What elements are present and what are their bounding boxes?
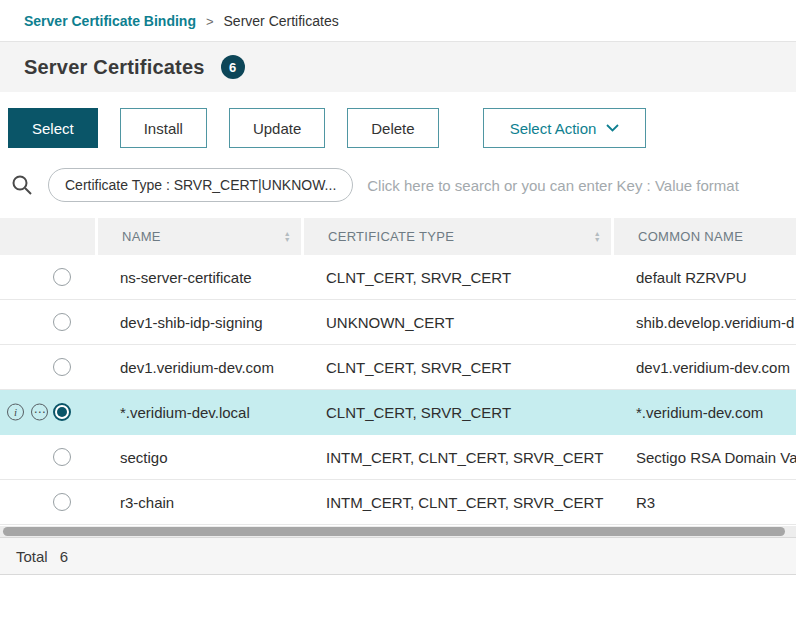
search-icon — [10, 173, 34, 197]
cell-common-name: shib.develop.veridium-d — [614, 314, 796, 331]
cell-certificate-type: UNKNOWN_CERT — [304, 314, 614, 331]
ellipsis-icon[interactable]: ⋯ — [31, 404, 48, 421]
info-icon[interactable]: i — [7, 404, 24, 421]
breadcrumb-link-server-certificate-binding[interactable]: Server Certificate Binding — [24, 13, 196, 29]
select-action-button[interactable]: Select Action — [483, 108, 647, 148]
row-select-cell: i ⋯ — [0, 435, 98, 479]
table-row[interactable]: i ⋯ sectigo INTM_CERT, CLNT_CERT, SRVR_C… — [0, 435, 796, 480]
table-row[interactable]: i ⋯ dev1-shib-idp-signing UNKNOWN_CERT s… — [0, 300, 796, 345]
cell-certificate-type: CLNT_CERT, SRVR_CERT — [304, 269, 614, 286]
cell-certificate-type: INTM_CERT, CLNT_CERT, SRVR_CERT — [304, 449, 614, 466]
row-select-cell: i ⋯ — [0, 300, 98, 344]
header-certificate-type-label: CERTIFICATE TYPE — [328, 229, 454, 244]
row-radio[interactable] — [53, 313, 71, 331]
cell-name: r3-chain — [98, 494, 304, 511]
toolbar: Select Install Update Delete Select Acti… — [0, 92, 796, 162]
cell-common-name: default RZRVPU — [614, 269, 796, 286]
row-select-cell: i ⋯ — [0, 480, 98, 524]
cell-certificate-type: CLNT_CERT, SRVR_CERT — [304, 404, 614, 421]
row-select-cell: i ⋯ — [0, 255, 98, 299]
cell-common-name: *.veridium-dev.com — [614, 404, 796, 421]
cell-certificate-type: CLNT_CERT, SRVR_CERT — [304, 359, 614, 376]
search-bar: Certificate Type : SRVR_CERT|UNKNOW... — [0, 162, 796, 218]
select-button[interactable]: Select — [8, 108, 98, 148]
search-input[interactable] — [367, 177, 780, 194]
cell-name: dev1.veridium-dev.com — [98, 359, 304, 376]
breadcrumb-current: Server Certificates — [224, 13, 339, 29]
row-radio[interactable] — [53, 358, 71, 376]
sort-icon[interactable]: ▲▼ — [594, 231, 601, 243]
row-radio[interactable] — [53, 403, 71, 421]
cell-common-name: Sectigo RSA Domain Va — [614, 449, 796, 466]
scrollbar-thumb[interactable] — [3, 527, 785, 536]
delete-button[interactable]: Delete — [347, 108, 438, 148]
cell-name: *.veridium-dev.local — [98, 404, 304, 421]
chevron-down-icon — [606, 124, 619, 132]
table-row[interactable]: i ⋯ r3-chain INTM_CERT, CLNT_CERT, SRVR_… — [0, 480, 796, 525]
cell-common-name: R3 — [614, 494, 796, 511]
sort-icon[interactable]: ▲▼ — [284, 231, 291, 243]
title-bar: Server Certificates 6 — [0, 42, 796, 92]
header-select-column — [0, 218, 95, 255]
select-action-label: Select Action — [510, 120, 597, 137]
breadcrumb: Server Certificate Binding > Server Cert… — [0, 0, 796, 42]
row-radio[interactable] — [53, 493, 71, 511]
filter-chip[interactable]: Certificate Type : SRVR_CERT|UNKNOW... — [48, 168, 353, 202]
header-common-name-label: COMMON NAME — [638, 229, 743, 244]
table-row[interactable]: i ⋯ *.veridium-dev.local CLNT_CERT, SRVR… — [0, 390, 796, 435]
header-certificate-type[interactable]: CERTIFICATE TYPE ▲▼ — [304, 218, 611, 255]
total-value: 6 — [60, 548, 68, 565]
page-title: Server Certificates — [24, 56, 205, 79]
row-actions: i ⋯ — [7, 404, 48, 421]
total-label: Total — [16, 548, 48, 565]
row-radio[interactable] — [53, 268, 71, 286]
total-bar: Total 6 — [0, 537, 796, 575]
cell-certificate-type: INTM_CERT, CLNT_CERT, SRVR_CERT — [304, 494, 614, 511]
breadcrumb-separator-icon: > — [206, 14, 214, 29]
row-select-cell: i ⋯ — [0, 345, 98, 389]
install-button[interactable]: Install — [120, 108, 207, 148]
table-row[interactable]: i ⋯ ns-server-certificate CLNT_CERT, SRV… — [0, 255, 796, 300]
cell-common-name: dev1.veridium-dev.com — [614, 359, 796, 376]
header-name[interactable]: NAME ▲▼ — [98, 218, 301, 255]
cell-name: dev1-shib-idp-signing — [98, 314, 304, 331]
row-select-cell: i ⋯ — [0, 390, 98, 434]
count-badge: 6 — [221, 55, 245, 79]
table-body: i ⋯ ns-server-certificate CLNT_CERT, SRV… — [0, 255, 796, 525]
table-row[interactable]: i ⋯ dev1.veridium-dev.com CLNT_CERT, SRV… — [0, 345, 796, 390]
row-radio[interactable] — [53, 448, 71, 466]
cell-name: sectigo — [98, 449, 304, 466]
cell-name: ns-server-certificate — [98, 269, 304, 286]
horizontal-scrollbar — [0, 526, 796, 537]
header-common-name[interactable]: COMMON NAME — [614, 218, 796, 255]
table-header: NAME ▲▼ CERTIFICATE TYPE ▲▼ COMMON NAME — [0, 218, 796, 255]
update-button[interactable]: Update — [229, 108, 325, 148]
header-name-label: NAME — [122, 229, 161, 244]
